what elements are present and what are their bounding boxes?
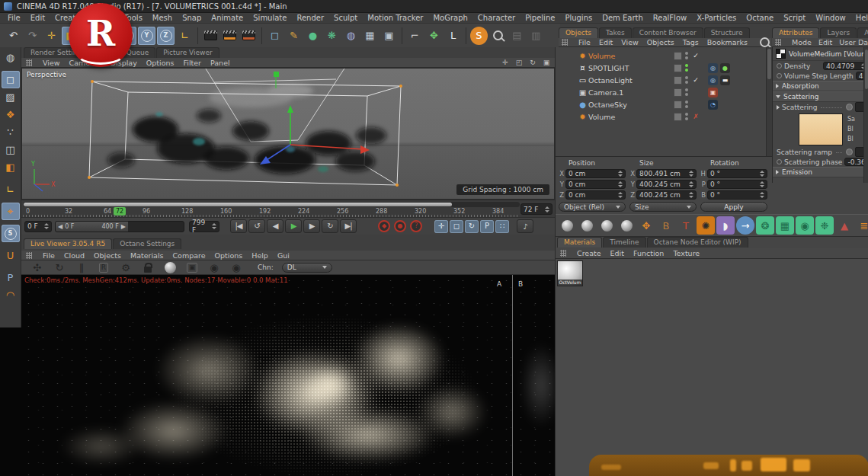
size-select[interactable]: Size [629,202,697,212]
main-menu-help[interactable]: Help [856,14,868,22]
object-manager-tab-objects[interactable]: Objects [559,27,598,38]
play-backwards-button[interactable]: ↺ [248,219,265,233]
scattering-link-button[interactable] [846,104,853,110]
object-rel-select[interactable]: Object (Rel) [559,202,626,212]
visibility-dots[interactable] [685,64,691,72]
live-viewer-menu-materials[interactable]: Materials [130,251,164,260]
material-thumbnail-octvolum[interactable]: OctVolum [557,260,583,286]
object-row-spotlight[interactable]: ¤SPOTLIGHT◎● [556,62,766,74]
bear-preset-icon[interactable]: B [657,216,675,235]
magnet-snap-icon[interactable]: U [2,247,20,264]
material-browser[interactable]: OctVolum [556,259,868,476]
camera-tag-icon[interactable]: ▣ [708,88,718,97]
main-menu-snap[interactable]: Snap [182,14,201,22]
rotation-p-field[interactable]: 0 ° [707,180,767,189]
main-menu-realflow[interactable]: RealFlow [653,14,687,22]
octane-tag-icon[interactable]: ◎ [708,75,718,85]
move-tool-icon[interactable]: ✛ [43,27,60,45]
octane-render-view[interactable]: Check:0ms./2ms. MeshGen:412ms. Update:0m… [21,275,555,476]
model-mode-icon[interactable]: ◻ [2,71,20,88]
restart-render-icon[interactable]: ↻ [53,261,66,274]
pan-view-icon[interactable]: ✛ [500,58,511,67]
spinner[interactable] [688,192,693,198]
bar-tag-icon[interactable]: ▬ [720,75,730,85]
main-menu-script[interactable]: Script [783,14,806,22]
object-manager-menu-bookmarks[interactable]: Bookmarks [707,38,748,46]
live-viewer-menu-cloud[interactable]: Cloud [64,251,85,260]
keyframe-selection-button[interactable]: ? [410,220,422,232]
z-axis-lock-icon[interactable]: Z [157,27,175,45]
keyframe-dot-icon[interactable] [777,159,782,165]
main-menu-motion-tracker[interactable]: Motion Tracker [367,14,423,22]
object-picker-icon[interactable]: ◉ [229,261,243,274]
attributes-menu-user-data[interactable]: User Data [839,38,868,46]
main-menu-x-particles[interactable]: X-Particles [697,14,736,22]
material-sphere-1-icon[interactable] [558,216,576,235]
panel-grip-icon[interactable] [26,59,32,66]
compare-divider[interactable] [512,275,513,476]
rotation-h-field[interactable]: 0 ° [707,169,767,178]
workplane-mode-icon[interactable]: ❖ [2,106,20,123]
object-row-octanelight[interactable]: ▭OctaneLight✓◎▬ [556,74,766,86]
timeline-scrollbar[interactable] [23,202,520,207]
make-editable-icon[interactable]: ◍ [2,49,20,66]
lock-resolution-icon[interactable] [141,261,155,274]
record-position-toggle[interactable]: ✛ [434,220,448,233]
attributes-menu-mode[interactable]: Mode [792,38,812,46]
materials-menu-create[interactable]: Create [577,249,601,257]
environment-icon[interactable]: ▦ [361,27,379,45]
record-parameter-toggle[interactable]: P [480,220,494,233]
material-sphere-4-icon[interactable] [617,216,636,235]
density-field[interactable]: 40.4709 [823,62,868,70]
live-viewer-menu-options[interactable]: Options [215,251,243,260]
main-menu-edit[interactable]: Edit [30,14,45,22]
keyframe-dot-icon[interactable] [777,73,782,78]
start-frame-field[interactable]: 0 F [24,221,52,232]
spinner[interactable] [617,192,623,198]
tracer-icon[interactable]: ❉ [815,216,834,235]
attributes-scrollbar[interactable] [863,47,868,183]
main-menu-octane[interactable]: Octane [746,14,774,22]
position-z-field[interactable]: 0 cm [565,190,626,200]
previous-frame-button[interactable]: ◀ [267,219,283,233]
main-menu-plugins[interactable]: Plugins [565,14,592,22]
visibility-dots[interactable] [685,52,691,59]
coordinate-system-icon[interactable]: ∟ [176,27,194,45]
live-viewer-menu-gui[interactable]: Gui [277,251,290,260]
subdivision-surface-icon[interactable]: ● [304,27,322,45]
pen-tool-icon[interactable]: ✎ [285,27,303,45]
quantize-position-icon[interactable]: P [2,269,20,286]
current-frame-field[interactable]: 72 F [520,203,553,215]
autokeying-button[interactable]: ● [394,220,406,232]
enable-state-icon[interactable]: ✓ [691,52,700,59]
panel-grip-icon[interactable] [562,39,568,46]
spinner[interactable] [759,181,764,187]
texture-swatch[interactable] [799,113,843,145]
sky-tag-icon[interactable]: ◔ [708,100,718,110]
live-viewer-menu-help[interactable]: Help [251,251,268,260]
live-viewer-menu-objects[interactable]: Objects [94,251,121,260]
attributes-tab-layers[interactable]: Layers [820,27,857,38]
redo-icon[interactable]: ↷ [24,27,41,45]
enable-state-icon[interactable]: ✓ [691,76,700,84]
start-frame-spinner[interactable] [43,223,49,229]
object-manager-menu-tags[interactable]: Tags [683,38,699,46]
goto-start-button[interactable]: |◀ [230,219,247,233]
current-frame-spinner[interactable] [544,206,549,212]
main-menu-simulate[interactable]: Simulate [253,14,287,22]
deformer-icon[interactable]: ❋ [323,27,341,45]
visibility-dots[interactable] [685,88,691,96]
object-manager-tab-content-browser[interactable]: Content Browser [633,27,703,38]
axis-mode-icon[interactable]: ∟ [2,180,20,198]
materials-tab-octane-node-editor-wip[interactable]: Octane Node Editor (WIP) [647,237,748,248]
main-menu-render[interactable]: Render [296,14,324,22]
render-view-icon[interactable] [202,27,219,45]
panel-grip-icon[interactable] [775,39,781,46]
scattering-ramp-link-button[interactable] [846,149,853,155]
y-axis-lock-icon[interactable]: Y [138,27,155,45]
visibility-dots[interactable] [685,76,691,84]
figure-icon[interactable]: ✥ [425,27,443,45]
layer-chip[interactable] [674,88,682,97]
main-menu-character[interactable]: Character [478,14,515,22]
attr-section-emission[interactable]: Emission [773,167,868,177]
